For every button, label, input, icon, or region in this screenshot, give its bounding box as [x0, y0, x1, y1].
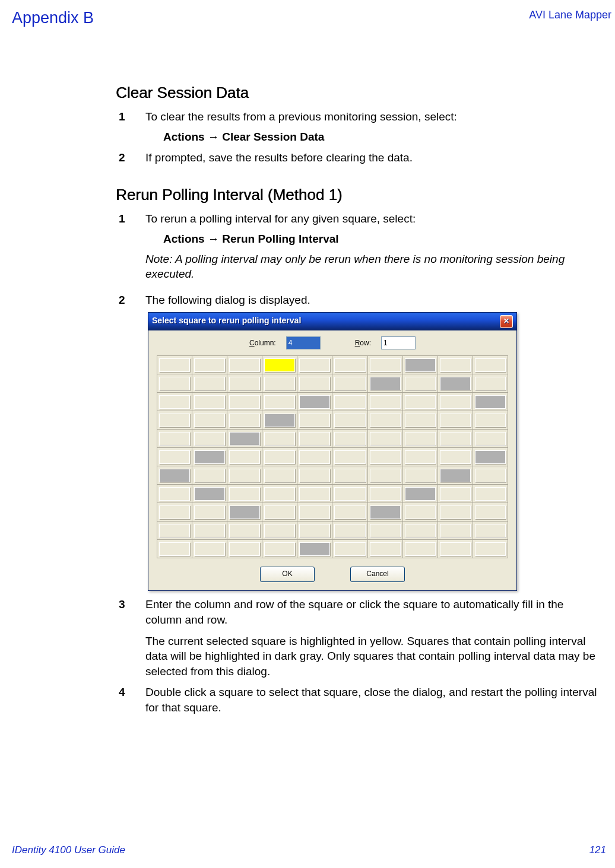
- grid-cell[interactable]: [370, 469, 401, 482]
- grid-cell[interactable]: [475, 469, 506, 482]
- grid-cell[interactable]: [159, 432, 190, 446]
- cancel-button[interactable]: Cancel: [350, 567, 405, 582]
- grid-cell[interactable]: [159, 469, 190, 482]
- grid-cell[interactable]: [229, 542, 260, 556]
- grid-cell[interactable]: [299, 524, 330, 538]
- grid-cell[interactable]: [159, 377, 190, 390]
- grid-cell[interactable]: [159, 358, 190, 372]
- grid-cell[interactable]: [264, 358, 295, 372]
- grid-cell[interactable]: [299, 542, 330, 556]
- grid-cell[interactable]: [440, 432, 471, 446]
- grid-cell[interactable]: [475, 542, 506, 556]
- grid-cell[interactable]: [475, 505, 506, 519]
- grid-cell[interactable]: [299, 469, 330, 482]
- grid-cell[interactable]: [159, 450, 190, 464]
- grid-cell[interactable]: [370, 432, 401, 446]
- grid-cell[interactable]: [194, 542, 225, 556]
- grid-cell[interactable]: [475, 395, 506, 409]
- grid-cell[interactable]: [405, 524, 436, 538]
- grid-cell[interactable]: [405, 377, 436, 390]
- grid-cell[interactable]: [264, 414, 295, 427]
- grid-cell[interactable]: [299, 377, 330, 390]
- grid-cell[interactable]: [475, 450, 506, 464]
- grid-cell[interactable]: [159, 542, 190, 556]
- grid-cell[interactable]: [440, 358, 471, 372]
- grid-cell[interactable]: [299, 432, 330, 446]
- grid-cell[interactable]: [299, 487, 330, 501]
- grid-cell[interactable]: [264, 377, 295, 390]
- grid-cell[interactable]: [194, 414, 225, 427]
- grid-cell[interactable]: [440, 450, 471, 464]
- grid-cell[interactable]: [440, 377, 471, 390]
- grid-cell[interactable]: [334, 524, 365, 538]
- grid-cell[interactable]: [229, 450, 260, 464]
- grid-cell[interactable]: [159, 414, 190, 427]
- grid-cell[interactable]: [159, 487, 190, 501]
- grid-cell[interactable]: [194, 469, 225, 482]
- grid-cell[interactable]: [229, 524, 260, 538]
- grid-cell[interactable]: [405, 505, 436, 519]
- grid-cell[interactable]: [194, 377, 225, 390]
- grid-cell[interactable]: [159, 524, 190, 538]
- grid-cell[interactable]: [229, 505, 260, 519]
- grid-cell[interactable]: [440, 469, 471, 482]
- grid-cell[interactable]: [370, 414, 401, 427]
- grid-cell[interactable]: [370, 395, 401, 409]
- grid-cell[interactable]: [475, 358, 506, 372]
- grid-cell[interactable]: [440, 487, 471, 501]
- grid-cell[interactable]: [370, 450, 401, 464]
- grid-cell[interactable]: [229, 395, 260, 409]
- grid-cell[interactable]: [405, 542, 436, 556]
- grid-cell[interactable]: [405, 487, 436, 501]
- grid-cell[interactable]: [475, 377, 506, 390]
- grid-cell[interactable]: [194, 524, 225, 538]
- grid-cell[interactable]: [475, 524, 506, 538]
- grid-cell[interactable]: [334, 358, 365, 372]
- grid-cell[interactable]: [159, 395, 190, 409]
- grid-cell[interactable]: [229, 358, 260, 372]
- grid-cell[interactable]: [194, 432, 225, 446]
- grid-cell[interactable]: [440, 414, 471, 427]
- grid-cell[interactable]: [264, 505, 295, 519]
- grid-cell[interactable]: [264, 487, 295, 501]
- grid-cell[interactable]: [229, 469, 260, 482]
- grid-cell[interactable]: [440, 505, 471, 519]
- grid-cell[interactable]: [264, 469, 295, 482]
- grid-cell[interactable]: [475, 487, 506, 501]
- grid-cell[interactable]: [334, 542, 365, 556]
- square-grid[interactable]: [157, 355, 508, 558]
- grid-cell[interactable]: [370, 505, 401, 519]
- grid-cell[interactable]: [264, 395, 295, 409]
- column-input[interactable]: [286, 336, 321, 349]
- grid-cell[interactable]: [405, 469, 436, 482]
- grid-cell[interactable]: [405, 432, 436, 446]
- grid-cell[interactable]: [299, 450, 330, 464]
- grid-cell[interactable]: [334, 469, 365, 482]
- grid-cell[interactable]: [194, 450, 225, 464]
- grid-cell[interactable]: [334, 487, 365, 501]
- grid-cell[interactable]: [370, 358, 401, 372]
- grid-cell[interactable]: [370, 377, 401, 390]
- grid-cell[interactable]: [405, 358, 436, 372]
- grid-cell[interactable]: [229, 432, 260, 446]
- grid-cell[interactable]: [334, 432, 365, 446]
- grid-cell[interactable]: [299, 395, 330, 409]
- grid-cell[interactable]: [264, 432, 295, 446]
- grid-cell[interactable]: [299, 358, 330, 372]
- grid-cell[interactable]: [194, 395, 225, 409]
- grid-cell[interactable]: [264, 524, 295, 538]
- grid-cell[interactable]: [475, 414, 506, 427]
- row-input[interactable]: [381, 336, 416, 349]
- grid-cell[interactable]: [440, 395, 471, 409]
- grid-cell[interactable]: [194, 505, 225, 519]
- grid-cell[interactable]: [229, 377, 260, 390]
- grid-cell[interactable]: [194, 358, 225, 372]
- grid-cell[interactable]: [264, 542, 295, 556]
- close-icon[interactable]: ✕: [500, 315, 513, 328]
- grid-cell[interactable]: [334, 395, 365, 409]
- grid-cell[interactable]: [334, 377, 365, 390]
- grid-cell[interactable]: [229, 414, 260, 427]
- grid-cell[interactable]: [299, 414, 330, 427]
- grid-cell[interactable]: [159, 505, 190, 519]
- grid-cell[interactable]: [405, 414, 436, 427]
